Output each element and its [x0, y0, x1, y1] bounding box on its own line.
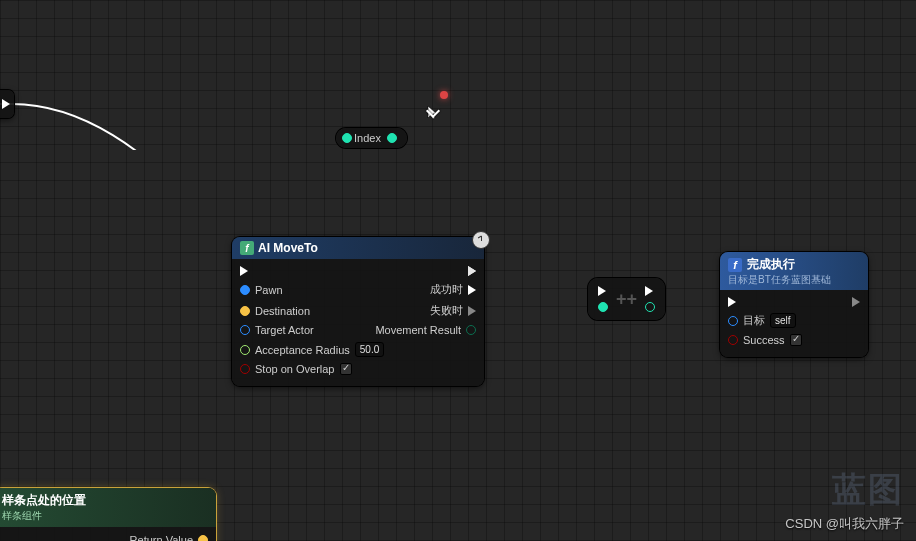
partial-node-exec-stub[interactable] [0, 90, 14, 118]
node-header[interactable]: f 完成执行 目标是BT任务蓝图基础 [720, 252, 868, 290]
pin-target[interactable]: 目标 self [728, 313, 796, 328]
seq-data-out[interactable] [645, 302, 655, 312]
seq-exec-in[interactable] [598, 286, 606, 296]
reroute-in-pin[interactable] [342, 133, 352, 143]
seq-exec-out[interactable] [645, 286, 653, 296]
pin-pawn[interactable]: Pawn [240, 284, 283, 296]
node-spline-location[interactable]: 样条点处的位置 样条组件 Return Value [0, 488, 216, 541]
exec-out-pin[interactable] [2, 99, 10, 109]
node-ai-moveto[interactable]: f AI MoveTo Pawn 成功时 Destination [232, 237, 484, 386]
node-header[interactable]: f AI MoveTo [232, 237, 484, 259]
exec-in-pin[interactable] [240, 266, 248, 276]
acceptance-radius-input[interactable]: 50.0 [355, 342, 384, 357]
pin-on-success[interactable]: 成功时 [430, 282, 476, 297]
seq-data-in[interactable] [598, 302, 608, 312]
node-title: 完成执行 [747, 256, 795, 273]
pin-destination[interactable]: Destination [240, 305, 310, 317]
pin-success[interactable]: Success [728, 334, 802, 346]
node-title: AI MoveTo [258, 241, 318, 255]
node-sequence-compact[interactable]: ++ [588, 278, 665, 320]
pin-target-actor[interactable]: Target Actor [240, 324, 314, 336]
node-finish-execute[interactable]: f 完成执行 目标是BT任务蓝图基础 目标 self Success [720, 252, 868, 357]
bg-watermark-text: 蓝图 [832, 467, 904, 513]
node-subtitle: 目标是BT任务蓝图基础 [728, 273, 831, 287]
reroute-node-index[interactable]: Index [336, 128, 407, 148]
breakpoint-badge [440, 91, 448, 99]
pin-acceptance-radius[interactable]: Acceptance Radius 50.0 [240, 342, 384, 357]
stop-on-overlap-checkbox[interactable] [340, 363, 352, 375]
reroute-out-pin[interactable] [387, 133, 397, 143]
increment-icon: ++ [616, 289, 637, 310]
target-self-field[interactable]: self [770, 313, 796, 328]
function-node-icon: f [240, 241, 254, 255]
pin-on-fail[interactable]: 失败时 [430, 303, 476, 318]
reroute-label: Index [354, 132, 381, 144]
pin-return-value[interactable]: Return Value [130, 534, 208, 541]
exec-in-pin[interactable] [728, 297, 736, 307]
exec-out-pin[interactable] [852, 297, 860, 307]
function-node-icon: f [728, 258, 742, 272]
exec-out-pin[interactable] [468, 266, 476, 276]
node-title: 样条点处的位置 [2, 492, 86, 509]
node-header[interactable]: 样条点处的位置 样条组件 [0, 488, 216, 527]
latent-clock-icon [472, 231, 490, 249]
success-checkbox[interactable] [790, 334, 802, 346]
node-subtitle: 样条组件 [2, 509, 42, 523]
csdn-watermark: CSDN @叫我六胖子 [785, 515, 904, 533]
pin-movement-result[interactable]: Movement Result [375, 324, 476, 336]
pin-stop-on-overlap[interactable]: Stop on Overlap [240, 363, 352, 375]
